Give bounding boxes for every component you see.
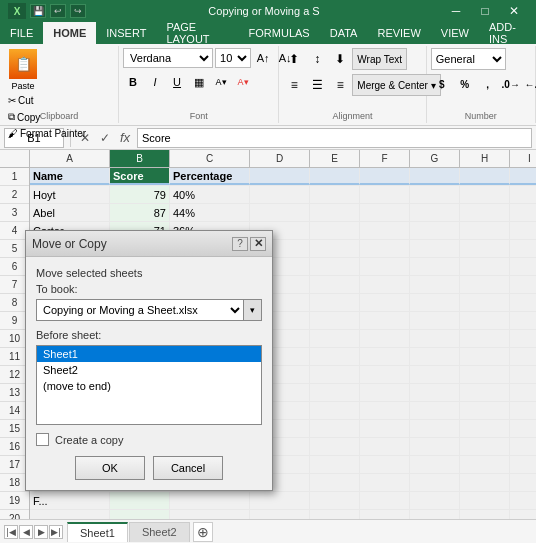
cell-r4-E[interactable] [310,222,360,239]
cell-r2-C[interactable]: 40% [170,186,250,203]
dollar-button[interactable]: $ [431,74,453,94]
border-button[interactable]: ▦ [189,72,209,92]
dialog-ok-button[interactable]: OK [75,456,145,480]
col-header-i[interactable]: I [510,150,536,167]
font-family-select[interactable]: Verdana [123,48,213,68]
cell-r18-F[interactable] [360,474,410,491]
cell-r20-I[interactable] [510,510,536,519]
col-header-g[interactable]: G [410,150,460,167]
cut-button[interactable]: ✂ Cut [4,93,90,108]
cell-r1-B[interactable]: Score [110,168,170,185]
to-book-arrow[interactable]: ▾ [244,299,262,321]
cell-r10-E[interactable] [310,330,360,347]
cell-r5-E[interactable] [310,240,360,257]
cell-r14-H[interactable] [460,402,510,419]
sheet-last-button[interactable]: ▶| [49,525,63,539]
before-sheet-listbox[interactable]: Sheet1 Sheet2 (move to end) [36,345,262,425]
dialog-close-button[interactable]: ✕ [250,237,266,251]
sheet-list-item-move-to-end[interactable]: (move to end) [37,378,261,394]
sheet-tab-sheet2[interactable]: Sheet2 [129,522,190,542]
cell-r7-F[interactable] [360,276,410,293]
cell-r10-F[interactable] [360,330,410,347]
tab-home[interactable]: HOME [43,22,96,44]
fill-color-button[interactable]: A▾ [211,72,231,92]
cell-r2-A[interactable]: Hoyt [30,186,110,203]
cell-r11-I[interactable] [510,348,536,365]
cell-r2-F[interactable] [360,186,410,203]
cell-r14-E[interactable] [310,402,360,419]
cell-r19-A[interactable]: F... [30,492,110,509]
cell-r17-I[interactable] [510,456,536,473]
dialog-title-bar[interactable]: Move or Copy ? ✕ [26,231,272,257]
cell-r6-I[interactable] [510,258,536,275]
col-header-c[interactable]: C [170,150,250,167]
sheet-first-button[interactable]: |◀ [4,525,18,539]
italic-button[interactable]: I [145,72,165,92]
cell-r15-H[interactable] [460,420,510,437]
sheet-tab-sheet1[interactable]: Sheet1 [67,522,128,542]
cell-r3-H[interactable] [460,204,510,221]
cell-r13-H[interactable] [460,384,510,401]
underline-button[interactable]: U [167,72,187,92]
cell-r5-H[interactable] [460,240,510,257]
create-copy-checkbox[interactable] [36,433,49,446]
formula-input[interactable] [137,128,532,148]
cell-r3-D[interactable] [250,204,310,221]
cell-r8-I[interactable] [510,294,536,311]
cell-r12-I[interactable] [510,366,536,383]
cell-r9-I[interactable] [510,312,536,329]
font-increase-button[interactable]: A↑ [253,48,273,68]
cell-r5-F[interactable] [360,240,410,257]
row-number-2[interactable]: 2 [0,186,29,204]
cell-r20-F[interactable] [360,510,410,519]
cell-r7-E[interactable] [310,276,360,293]
align-bottom-button[interactable]: ⬇ [329,48,351,70]
cell-r1-I[interactable] [510,168,536,185]
cell-r1-A[interactable]: Name [30,168,110,185]
font-color-button[interactable]: A▾ [233,72,253,92]
cell-r6-E[interactable] [310,258,360,275]
cell-r3-A[interactable]: Abel [30,204,110,221]
sheet-next-button[interactable]: ▶ [34,525,48,539]
cell-r19-C[interactable] [170,492,250,509]
cell-r14-F[interactable] [360,402,410,419]
sheet-list-item-sheet1[interactable]: Sheet1 [37,346,261,362]
add-sheet-button[interactable]: ⊕ [193,522,213,542]
cell-r1-C[interactable]: Percentage [170,168,250,185]
cell-r9-G[interactable] [410,312,460,329]
percent-button[interactable]: % [454,74,476,94]
cell-r13-I[interactable] [510,384,536,401]
cell-r3-B[interactable]: 87 [110,204,170,221]
cell-r1-E[interactable] [310,168,360,185]
cell-r20-D[interactable] [250,510,310,519]
cell-r4-F[interactable] [360,222,410,239]
cell-r18-E[interactable] [310,474,360,491]
cell-r16-H[interactable] [460,438,510,455]
wrap-text-button[interactable]: Wrap Text [352,48,407,70]
cell-r11-H[interactable] [460,348,510,365]
cell-r12-E[interactable] [310,366,360,383]
cell-r16-F[interactable] [360,438,410,455]
tab-add-ins[interactable]: ADD-INS [479,22,536,44]
cell-r6-F[interactable] [360,258,410,275]
align-top-button[interactable]: ⬆ [283,48,305,70]
cell-r15-E[interactable] [310,420,360,437]
sheet-list-item-sheet2[interactable]: Sheet2 [37,362,261,378]
decrease-decimal-button[interactable]: ←.0 [523,74,536,94]
col-header-f[interactable]: F [360,150,410,167]
cell-r20-A[interactable] [30,510,110,519]
cell-r20-E[interactable] [310,510,360,519]
col-header-h[interactable]: H [460,150,510,167]
col-header-b[interactable]: B [110,150,170,167]
cell-r9-F[interactable] [360,312,410,329]
sheet-prev-button[interactable]: ◀ [19,525,33,539]
cell-r15-I[interactable] [510,420,536,437]
align-middle-button[interactable]: ↕ [306,48,328,70]
cell-r13-E[interactable] [310,384,360,401]
tab-page-layout[interactable]: PAGE LAYOUT [156,22,238,44]
cell-r14-G[interactable] [410,402,460,419]
cell-r4-H[interactable] [460,222,510,239]
increase-decimal-button[interactable]: .0→ [500,74,522,94]
move-or-copy-dialog[interactable]: Move or Copy ? ✕ Move selected sheets To… [25,230,273,491]
cell-r4-G[interactable] [410,222,460,239]
